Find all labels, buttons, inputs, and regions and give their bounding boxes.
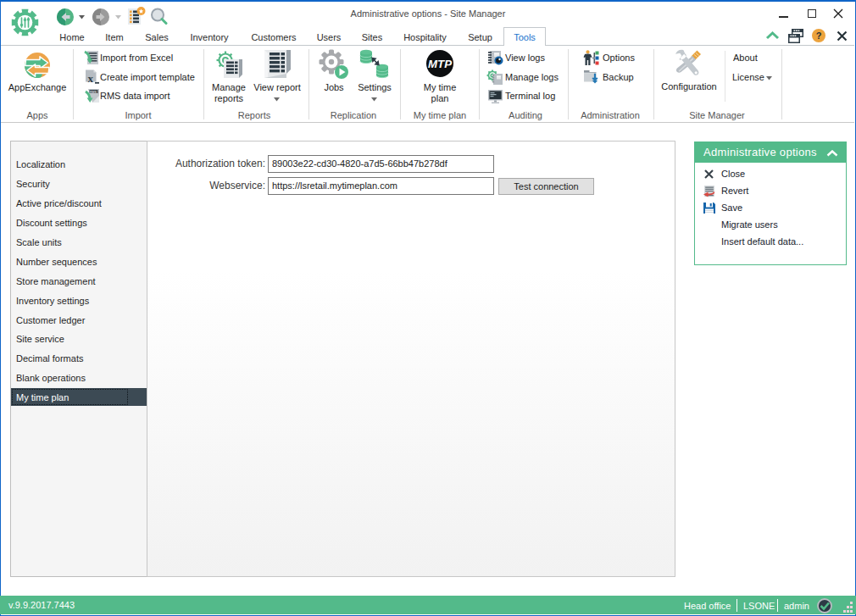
svg-text:MTP: MTP: [428, 58, 453, 70]
svg-text:x: x: [88, 72, 94, 85]
svg-text:RMS: RMS: [90, 91, 97, 94]
